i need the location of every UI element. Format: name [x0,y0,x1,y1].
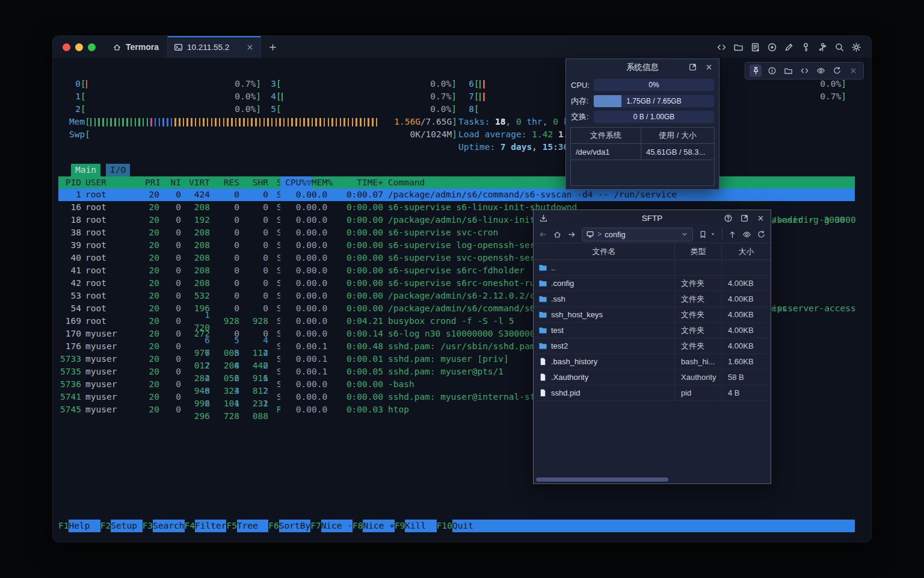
fkey-f3-search[interactable]: Search [153,520,184,532]
process-row[interactable]: 1root20042400S0.00.00:00.07/package/admi… [58,188,855,201]
tab-termora[interactable]: Termora [104,36,167,58]
forward-button[interactable] [567,230,576,239]
window-zoom-button[interactable] [88,43,96,51]
cell-mem: 0.0 [312,264,340,277]
new-tab-button[interactable] [261,36,285,58]
col-time[interactable]: TIME+ [340,176,383,189]
close-icon[interactable] [704,63,713,72]
code-icon[interactable] [798,64,810,77]
chevron-down-icon[interactable] [680,230,689,238]
tab-active-host[interactable]: 10.211.55.2 [167,36,261,58]
file-row[interactable]: test文件夹4.00KB [534,323,771,338]
refresh-icon[interactable] [831,64,843,77]
cell-time: 0:00.14 [340,328,383,340]
sftp-title-bar: SFTP [534,210,771,226]
col-ni[interactable]: NI [159,176,181,189]
cell-pid: 39 [58,239,81,252]
memory-meter: Mem[1.56G/7.65G] [69,116,457,128]
window-toolbar [716,36,871,58]
tab-close-icon[interactable] [245,43,254,52]
cell-pri: 20 [145,188,159,201]
pin-icon[interactable] [750,64,762,77]
horizontal-scrollbar[interactable] [536,477,668,482]
folder-icon[interactable] [782,64,794,77]
log-icon[interactable] [750,42,760,52]
window-close-button[interactable] [63,43,70,51]
folder-icon[interactable] [733,42,744,52]
col-s[interactable]: S [268,176,280,189]
fkey-f5-tree[interactable]: Tree [237,520,268,532]
file-row[interactable]: ssh_host_keys文件夹4.00KB [534,307,771,323]
htop-tab-io[interactable]: I/O [106,164,130,176]
close-icon[interactable] [756,214,765,223]
cell-state: S [268,378,280,391]
file-size: 4.00KB [721,323,771,338]
col-shr[interactable]: SHR [239,176,268,189]
file-row[interactable]: .bash_historybash_hi...1.60KB [534,354,771,370]
keychain-icon[interactable] [818,42,828,52]
help-icon[interactable] [724,214,733,223]
show-hidden-files-icon[interactable] [742,230,751,239]
fkey-f4-filter[interactable]: Filter [195,520,226,532]
edit-icon[interactable] [784,42,794,52]
col-cpu[interactable]: CPU%▽ [280,176,312,189]
cell-state: S [268,328,280,340]
file-row[interactable]: .config文件夹4.00KB [534,276,771,291]
file-name: test2 [534,338,674,353]
termora-window: Termora 10.211.55.2 0[0.7%]1[0.0%]2[0.0%… [53,36,871,542]
col-pri[interactable]: PRI [145,176,159,189]
fkey-f9-kill[interactable]: Kill [405,520,436,532]
fkey-f7-nice -[interactable]: Nice - [321,520,353,532]
cell-pid: 5736 [58,378,81,391]
gpu-monitor-icon[interactable] [815,64,827,77]
htop-tab-main[interactable]: Main [71,164,100,176]
open-in-new-icon[interactable] [740,214,749,223]
fkey-f10-quit[interactable]: Quit [452,520,855,532]
cell-virt: 208 [181,226,210,239]
parent-directory-button[interactable] [728,230,737,239]
bookmark-icon[interactable] [698,230,707,239]
fkey-f1-help[interactable]: Help [69,520,100,532]
fkey-f6-sortby[interactable]: SortBy [279,520,310,532]
col-virt[interactable]: VIRT [181,176,210,189]
close-icon[interactable] [847,64,859,77]
cell-state: S [268,239,280,252]
cell-mem: 0.0 [312,302,340,315]
file-size: 4.00KB [721,338,771,353]
open-in-new-icon[interactable] [688,63,697,72]
cell-state: S [268,302,280,315]
file-row[interactable]: .. [534,260,771,276]
download-icon[interactable] [539,210,548,226]
fkey-f2-setup[interactable]: Setup [111,520,142,532]
col-pid[interactable]: PID [58,176,81,189]
col-user[interactable]: USER [81,176,145,189]
bookmark-caret-icon[interactable] [709,231,716,238]
back-button[interactable] [538,230,547,239]
cell-user: myuser [81,378,145,391]
cell-mem: 0.0 [312,378,340,391]
window-minimize-button[interactable] [75,43,83,51]
fkey-f3: F3 [143,520,153,532]
code-icon[interactable] [716,42,727,52]
cell-res: 0 [210,226,239,239]
search-icon[interactable] [834,42,845,52]
home-button[interactable] [553,230,562,239]
filesystem-row[interactable]: /dev/vda145.61GB / 58.3... [571,144,714,160]
record-icon[interactable] [767,42,777,52]
cell-pri: 20 [145,214,159,226]
settings-icon[interactable] [851,42,861,52]
col-mem[interactable]: MEM% [312,176,340,189]
col-res[interactable]: RES [210,176,239,189]
file-row[interactable]: .ssh文件夹4.00KB [534,291,771,307]
path-breadcrumb[interactable]: > config [582,228,693,241]
file-row[interactable]: .XauthorityXauthority58 B [534,370,771,385]
key-icon[interactable] [801,42,811,52]
fkey-f8-nice +[interactable]: Nice + [363,520,394,532]
refresh-icon[interactable] [757,230,766,239]
cell-pid: 38 [58,226,81,239]
info-icon[interactable] [766,64,778,77]
file-row[interactable]: sshd.pidpid4 B [534,385,771,401]
file-row[interactable]: test2文件夹4.00KB [534,338,771,354]
col-usage-size: 使用 / 大小 [641,128,714,143]
fkey-f1: F1 [58,520,69,532]
